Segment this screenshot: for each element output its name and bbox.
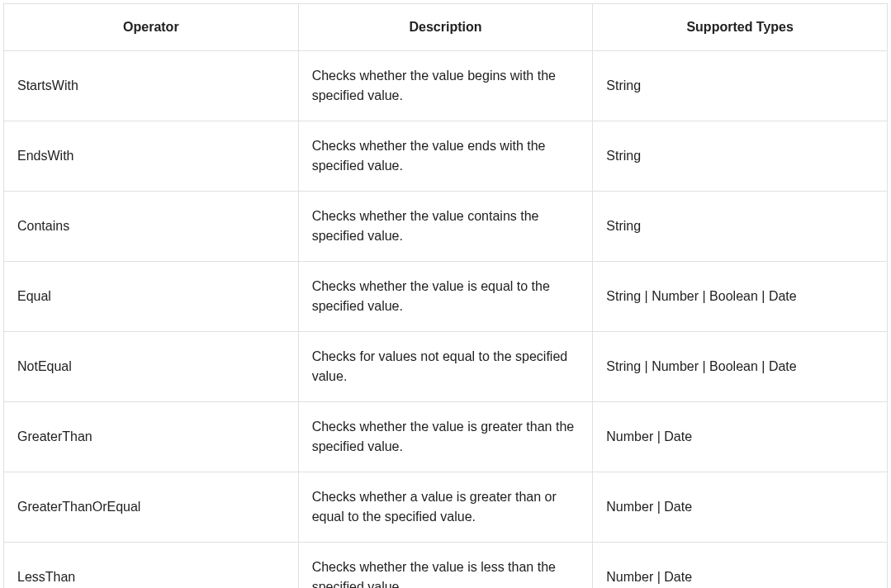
cell-operator: GreaterThanOrEqual xyxy=(4,472,299,543)
table-body: StartsWith Checks whether the value begi… xyxy=(4,51,888,589)
cell-supported-types: String xyxy=(593,192,888,262)
cell-description: Checks whether the value is equal to the… xyxy=(298,262,593,332)
table-row: Equal Checks whether the value is equal … xyxy=(4,262,888,332)
cell-description: Checks whether the value contains the sp… xyxy=(298,192,593,262)
cell-operator: Contains xyxy=(4,192,299,262)
cell-description: Checks for values not equal to the speci… xyxy=(298,332,593,402)
cell-operator: StartsWith xyxy=(4,51,299,121)
table-row: EndsWith Checks whether the value ends w… xyxy=(4,121,888,192)
header-description: Description xyxy=(298,4,593,51)
table-row: NotEqual Checks for values not equal to … xyxy=(4,332,888,402)
cell-description: Checks whether a value is greater than o… xyxy=(298,472,593,543)
table-row: GreaterThanOrEqual Checks whether a valu… xyxy=(4,472,888,543)
header-operator: Operator xyxy=(4,4,299,51)
cell-supported-types: String | Number | Boolean | Date xyxy=(593,332,888,402)
cell-operator: EndsWith xyxy=(4,121,299,192)
cell-supported-types: Number | Date xyxy=(593,543,888,589)
operators-table: Operator Description Supported Types Sta… xyxy=(3,3,888,588)
cell-supported-types: String | Number | Boolean | Date xyxy=(593,262,888,332)
header-supported-types: Supported Types xyxy=(593,4,888,51)
table-row: Contains Checks whether the value contai… xyxy=(4,192,888,262)
cell-operator: GreaterThan xyxy=(4,402,299,472)
table-row: StartsWith Checks whether the value begi… xyxy=(4,51,888,121)
cell-description: Checks whether the value begins with the… xyxy=(298,51,593,121)
cell-operator: NotEqual xyxy=(4,332,299,402)
table-header: Operator Description Supported Types xyxy=(4,4,888,51)
cell-supported-types: Number | Date xyxy=(593,472,888,543)
table-row: LessThan Checks whether the value is les… xyxy=(4,543,888,589)
cell-operator: LessThan xyxy=(4,543,299,589)
cell-operator: Equal xyxy=(4,262,299,332)
cell-supported-types: String xyxy=(593,51,888,121)
table-row: GreaterThan Checks whether the value is … xyxy=(4,402,888,472)
cell-description: Checks whether the value ends with the s… xyxy=(298,121,593,192)
cell-description: Checks whether the value is greater than… xyxy=(298,402,593,472)
cell-supported-types: String xyxy=(593,121,888,192)
cell-description: Checks whether the value is less than th… xyxy=(298,543,593,589)
cell-supported-types: Number | Date xyxy=(593,402,888,472)
